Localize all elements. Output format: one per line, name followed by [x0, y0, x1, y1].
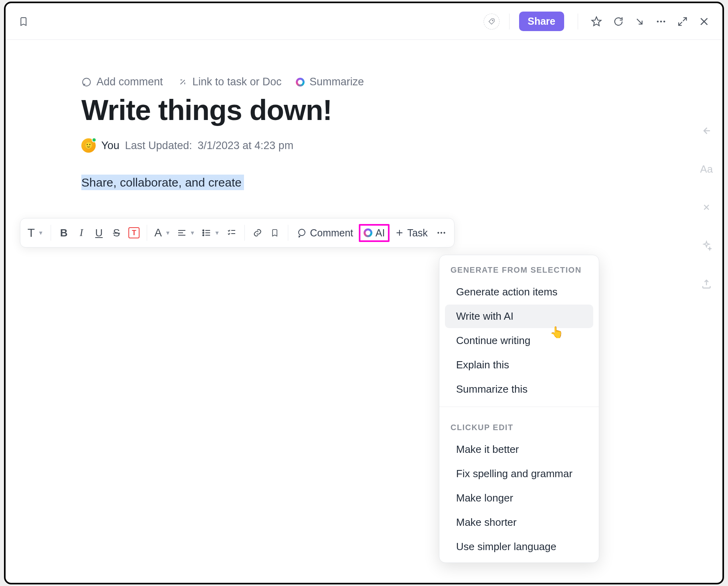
ai-menu-item-continue-writing[interactable]: Continue writing: [445, 329, 593, 352]
create-task-button[interactable]: Task: [391, 223, 431, 242]
svg-point-9: [299, 229, 305, 236]
link-button[interactable]: [250, 223, 266, 242]
text-color-dropdown[interactable]: A▼: [152, 223, 173, 242]
ai-menu-item-simpler-language[interactable]: Use simpler language: [445, 535, 593, 558]
svg-point-2: [657, 20, 659, 22]
collapse-panel-icon[interactable]: [698, 123, 714, 139]
svg-point-0: [492, 20, 493, 21]
typography-icon[interactable]: Aa: [698, 161, 714, 177]
ai-menu-item-make-longer[interactable]: Make longer: [445, 486, 593, 510]
right-rail: Aa: [698, 123, 714, 292]
comment-label: Comment: [310, 227, 353, 239]
author-row: 🙂 You Last Updated: 3/1/2023 at 4:23 pm: [81, 138, 722, 153]
text-style-dropdown[interactable]: T▼: [25, 223, 46, 242]
add-tag-button[interactable]: [484, 14, 500, 29]
link-task-label: Link to task or Doc: [193, 76, 282, 88]
ai-context-menu: GENERATE FROM SELECTION Generate action …: [439, 255, 599, 563]
chat-icon[interactable]: [609, 13, 627, 30]
svg-point-12: [443, 232, 445, 234]
ai-dropdown-button[interactable]: AI: [359, 224, 390, 242]
bookmark-button[interactable]: [267, 223, 283, 242]
close-icon[interactable]: [695, 13, 713, 30]
last-updated-label: Last Updated:: [125, 140, 192, 152]
bold-button[interactable]: B: [56, 223, 72, 242]
share-button[interactable]: Share: [519, 12, 564, 31]
doc-bookmark-icon[interactable]: [15, 13, 33, 30]
add-comment-button[interactable]: Add comment: [81, 76, 163, 88]
strikethrough-button[interactable]: S: [108, 223, 124, 242]
divider: [244, 225, 245, 241]
align-dropdown[interactable]: ▼: [175, 223, 198, 242]
svg-point-4: [663, 20, 665, 22]
task-label: Task: [407, 227, 427, 239]
expand-icon[interactable]: [674, 13, 691, 30]
divider: [288, 225, 288, 241]
ai-menu-item-generate-action-items[interactable]: Generate action items: [445, 280, 593, 304]
divider: [147, 225, 147, 241]
ai-icon: [364, 228, 372, 237]
svg-point-3: [660, 20, 662, 22]
divider: [578, 14, 578, 29]
last-updated-value: 3/1/2023 at 4:23 pm: [198, 140, 293, 152]
svg-point-11: [441, 232, 442, 234]
svg-point-6: [203, 230, 204, 231]
add-comment-label: Add comment: [96, 76, 163, 88]
ai-label: AI: [376, 227, 385, 239]
doc-meta-row: Add comment Link to task or Doc Summariz…: [81, 76, 722, 88]
ai-menu-item-make-it-better[interactable]: Make it better: [445, 438, 593, 461]
export-icon[interactable]: [698, 276, 714, 292]
selected-text[interactable]: Share, collaborate, and create: [81, 175, 244, 190]
ai-menu-item-summarize-this[interactable]: Summarize this: [445, 378, 593, 401]
document-content: Add comment Link to task or Doc Summariz…: [6, 40, 722, 189]
ai-menu-item-explain-this[interactable]: Explain this: [445, 353, 593, 377]
ai-sparkle-icon[interactable]: [698, 238, 714, 254]
comment-button[interactable]: Comment: [293, 223, 357, 242]
divider: [51, 225, 51, 241]
summarize-label: Summarize: [309, 76, 364, 88]
page-title[interactable]: Write things down!: [81, 94, 722, 126]
divider: [439, 407, 599, 407]
italic-button[interactable]: I: [73, 223, 89, 242]
ai-icon: [296, 78, 305, 87]
underline-button[interactable]: U: [91, 223, 107, 242]
svg-point-8: [203, 235, 204, 236]
ai-menu-section-header: GENERATE FROM SELECTION: [439, 255, 599, 279]
download-icon[interactable]: [631, 13, 648, 30]
relationships-icon[interactable]: [698, 199, 714, 215]
floating-toolbar: T▼ B I U S T A▼ ▼ ▼ Comment: [20, 218, 455, 248]
avatar[interactable]: 🙂: [81, 138, 96, 153]
doc-body[interactable]: Share, collaborate, and create: [81, 176, 722, 189]
toolbar-more-icon[interactable]: [433, 223, 449, 242]
ai-menu-item-write-with-ai[interactable]: Write with AI: [445, 305, 593, 328]
divider: [509, 14, 510, 29]
favorite-star-icon[interactable]: [588, 13, 605, 30]
svg-point-7: [203, 232, 204, 234]
checklist-button[interactable]: [224, 223, 240, 242]
summarize-button[interactable]: Summarize: [296, 76, 364, 88]
app-frame: Share Add c: [4, 2, 724, 584]
top-bar: Share: [6, 3, 722, 40]
author-name: You: [101, 140, 120, 152]
svg-marker-1: [592, 17, 601, 26]
text-highlight-button[interactable]: T: [126, 223, 142, 242]
ai-menu-item-fix-spelling[interactable]: Fix spelling and grammar: [445, 462, 593, 486]
ai-menu-item-make-shorter[interactable]: Make shorter: [445, 511, 593, 534]
bullet-list-dropdown[interactable]: ▼: [199, 223, 222, 242]
more-options-icon[interactable]: [652, 13, 670, 30]
link-task-button[interactable]: Link to task or Doc: [177, 76, 282, 88]
svg-point-10: [437, 232, 439, 234]
ai-menu-section-header: CLICKUP EDIT: [439, 413, 599, 437]
